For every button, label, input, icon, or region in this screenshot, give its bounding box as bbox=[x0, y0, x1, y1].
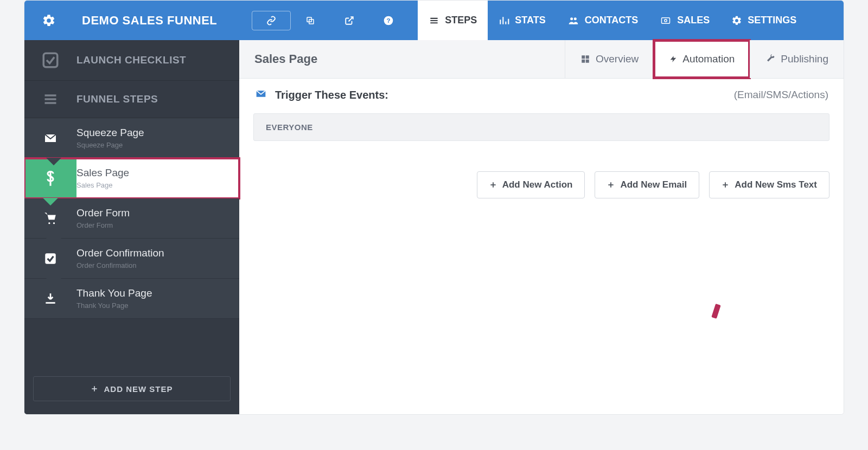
main-tab-publishing[interactable]: Publishing bbox=[750, 40, 844, 78]
tab-label: SETTINGS bbox=[748, 15, 796, 26]
main: Sales Page Overview Automation Publishin… bbox=[239, 40, 844, 414]
tab-stats[interactable]: STATS bbox=[488, 1, 556, 40]
add-step-label: ADD NEW STEP bbox=[104, 384, 173, 394]
svg-marker-33 bbox=[671, 56, 676, 62]
funnel-label: FUNNEL STEPS bbox=[76, 93, 158, 105]
sidebar-step-squeeze-page[interactable]: Squeeze Page Squeeze Page bbox=[24, 118, 239, 158]
svg-rect-25 bbox=[45, 253, 56, 264]
main-header: Sales Page Overview Automation Publishin… bbox=[239, 40, 844, 79]
main-tabs: Overview Automation Publishing bbox=[565, 40, 844, 78]
svg-point-22 bbox=[48, 222, 50, 224]
page-title: Sales Page bbox=[239, 40, 333, 78]
check-icon bbox=[37, 51, 63, 69]
trigger-row: Trigger These Events: (Email/SMS/Actions… bbox=[239, 79, 844, 109]
menu-icon bbox=[37, 92, 63, 107]
svg-rect-14 bbox=[662, 17, 670, 23]
plus-icon bbox=[91, 385, 98, 393]
tab-label: Publishing bbox=[781, 53, 828, 65]
top-tabs: STEPS STATS CONTACTS SALES SETTINGS bbox=[418, 1, 807, 40]
step-sub: Sales Page bbox=[76, 181, 129, 189]
sidebar-funnel-steps-header: FUNNEL STEPS bbox=[24, 81, 239, 118]
bolt-icon bbox=[669, 54, 677, 65]
svg-text:?: ? bbox=[387, 17, 391, 24]
add-new-email-button[interactable]: Add New Email bbox=[595, 171, 699, 198]
svg-point-15 bbox=[665, 19, 667, 22]
step-label: Squeeze Page bbox=[76, 127, 144, 139]
everyone-bar[interactable]: EVERYONE bbox=[253, 113, 829, 141]
chevron-down-icon bbox=[46, 158, 61, 165]
svg-point-23 bbox=[53, 222, 55, 224]
sidebar-launch-checklist[interactable]: LAUNCH CHECKLIST bbox=[24, 40, 239, 81]
plus-icon bbox=[722, 181, 729, 189]
tab-label: STEPS bbox=[445, 15, 477, 26]
main-tab-automation[interactable]: Automation bbox=[654, 40, 750, 78]
step-label: Order Confirmation bbox=[76, 247, 164, 259]
header-icon-buttons: ? bbox=[252, 1, 408, 40]
add-new-step-button[interactable]: ADD NEW STEP bbox=[33, 376, 231, 401]
svg-marker-20 bbox=[46, 158, 61, 165]
step-sub: Thank You Page bbox=[76, 301, 152, 310]
step-label: Order Form bbox=[76, 207, 130, 219]
step-sub: Order Form bbox=[76, 221, 130, 229]
step-sub: Squeeze Page bbox=[76, 141, 144, 149]
gear-icon bbox=[731, 15, 742, 26]
svg-point-13 bbox=[574, 17, 577, 20]
envelope-icon bbox=[24, 118, 76, 158]
sidebar: LAUNCH CHECKLIST FUNNEL STEPS Squeeze Pa… bbox=[24, 40, 239, 414]
settings-gear-icon[interactable] bbox=[24, 1, 73, 40]
step-label: Sales Page bbox=[76, 167, 129, 179]
action-buttons: Add New Action Add New Email Add New Sms… bbox=[239, 141, 844, 198]
trigger-label: Trigger These Events: bbox=[275, 89, 388, 101]
svg-rect-30 bbox=[586, 55, 589, 59]
tab-label: STATS bbox=[515, 15, 545, 26]
tab-label: Overview bbox=[596, 53, 639, 65]
stats-icon bbox=[499, 15, 509, 26]
list-icon bbox=[429, 15, 439, 26]
tab-steps[interactable]: STEPS bbox=[418, 1, 488, 40]
svg-marker-26 bbox=[46, 278, 61, 286]
add-step-wrap: ADD NEW STEP bbox=[24, 363, 239, 414]
trigger-hint: (Email/SMS/Actions) bbox=[734, 89, 828, 101]
sales-icon bbox=[660, 16, 672, 25]
top-nav: DEMO SALES FUNNEL ? STEPS STATS bbox=[24, 1, 844, 40]
tab-contacts[interactable]: CONTACTS bbox=[557, 1, 649, 40]
tab-label: SALES bbox=[677, 15, 710, 26]
chevron-down-icon bbox=[46, 278, 61, 286]
envelope-icon bbox=[254, 88, 267, 101]
wrench-icon bbox=[765, 54, 775, 64]
main-tab-overview[interactable]: Overview bbox=[565, 40, 654, 78]
svg-rect-31 bbox=[582, 60, 585, 63]
plus-icon bbox=[607, 181, 615, 189]
step-sub: Order Confirmation bbox=[76, 261, 164, 269]
svg-marker-24 bbox=[46, 238, 61, 246]
link-icon-button[interactable] bbox=[252, 11, 291, 30]
svg-line-2 bbox=[349, 17, 353, 21]
plus-icon bbox=[489, 181, 497, 189]
external-link-icon-button[interactable] bbox=[330, 11, 369, 30]
btn-label: Add New Email bbox=[620, 179, 687, 190]
contacts-icon bbox=[567, 15, 579, 26]
help-icon-button[interactable]: ? bbox=[369, 11, 408, 30]
body: LAUNCH CHECKLIST FUNNEL STEPS Squeeze Pa… bbox=[24, 40, 844, 414]
launch-label: LAUNCH CHECKLIST bbox=[76, 54, 186, 66]
svg-rect-32 bbox=[586, 60, 589, 63]
chevron-down-icon bbox=[46, 238, 61, 246]
grid-icon bbox=[580, 54, 590, 64]
chevron-down-icon bbox=[43, 198, 58, 205]
copy-icon-button[interactable] bbox=[291, 11, 330, 30]
tab-sales[interactable]: SALES bbox=[649, 1, 720, 40]
step-label: Thank You Page bbox=[76, 287, 152, 299]
btn-label: Add New Sms Text bbox=[735, 179, 817, 190]
tab-settings[interactable]: SETTINGS bbox=[720, 1, 807, 40]
btn-label: Add New Action bbox=[502, 179, 573, 190]
svg-point-12 bbox=[570, 17, 573, 20]
app-root: DEMO SALES FUNNEL ? STEPS STATS bbox=[24, 0, 844, 415]
tab-label: Automation bbox=[682, 53, 735, 65]
funnel-title: DEMO SALES FUNNEL bbox=[73, 1, 230, 40]
tab-label: CONTACTS bbox=[585, 15, 639, 26]
svg-rect-16 bbox=[43, 53, 58, 67]
svg-marker-21 bbox=[43, 198, 58, 205]
add-new-sms-button[interactable]: Add New Sms Text bbox=[709, 171, 829, 198]
svg-rect-29 bbox=[582, 55, 585, 59]
add-new-action-button[interactable]: Add New Action bbox=[477, 171, 585, 198]
